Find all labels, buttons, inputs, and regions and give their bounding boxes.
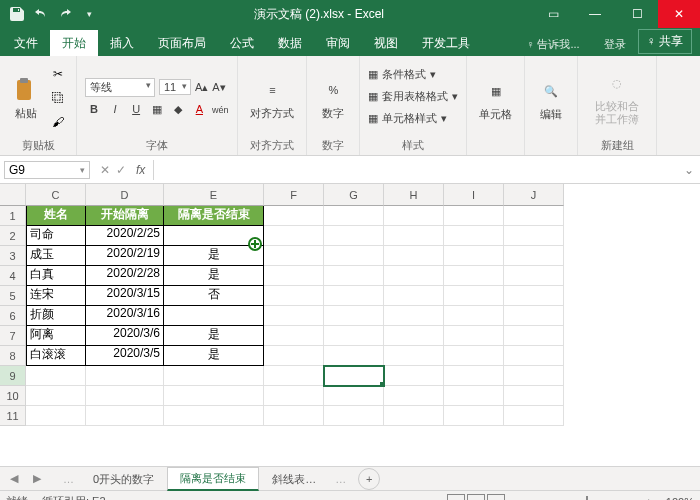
cell-G9[interactable] (324, 366, 384, 386)
cell-F3[interactable] (264, 246, 324, 266)
expand-formula-icon[interactable]: ⌄ (678, 163, 700, 177)
formula-input[interactable] (153, 160, 678, 180)
cell-F4[interactable] (264, 266, 324, 286)
cell-E5[interactable]: 否 (164, 286, 264, 306)
tab-home[interactable]: 开始 (50, 30, 98, 56)
format-painter-icon[interactable]: 🖌 (48, 112, 68, 132)
row-header-7[interactable]: 7 (0, 326, 26, 346)
cells-button[interactable]: ▦ 单元格 (475, 75, 516, 124)
font-size-select[interactable]: 11 (159, 79, 191, 95)
cell-I2[interactable] (444, 226, 504, 246)
cut-icon[interactable]: ✂ (48, 64, 68, 84)
cell-G8[interactable] (324, 346, 384, 366)
add-sheet-button[interactable]: + (358, 468, 380, 490)
increase-font-icon[interactable]: A▴ (195, 81, 208, 94)
cell-J2[interactable] (504, 226, 564, 246)
col-header-I[interactable]: I (444, 184, 504, 206)
cell-H5[interactable] (384, 286, 444, 306)
cell-G6[interactable] (324, 306, 384, 326)
cell-G7[interactable] (324, 326, 384, 346)
row-header-2[interactable]: 2 (0, 226, 26, 246)
tell-me[interactable]: ♀ 告诉我... (514, 32, 591, 56)
align-button[interactable]: ≡ 对齐方式 (246, 74, 298, 123)
table-format-button[interactable]: ▦套用表格格式 ▾ (368, 89, 458, 104)
signin[interactable]: 登录 (592, 32, 638, 56)
ribbon-opts-icon[interactable]: ▭ (532, 0, 574, 28)
cell-D5[interactable]: 2020/3/15 (86, 286, 164, 306)
cell-F9[interactable] (264, 366, 324, 386)
cell-J5[interactable] (504, 286, 564, 306)
tab-page-layout[interactable]: 页面布局 (146, 30, 218, 56)
col-header-C[interactable]: C (26, 184, 86, 206)
cell-J8[interactable] (504, 346, 564, 366)
cell-J4[interactable] (504, 266, 564, 286)
cell-H4[interactable] (384, 266, 444, 286)
cell-I3[interactable] (444, 246, 504, 266)
cell-C11[interactable] (26, 406, 86, 426)
cell-E1[interactable]: 隔离是否结束 (164, 206, 264, 226)
cell-E9[interactable] (164, 366, 264, 386)
cell-G10[interactable] (324, 386, 384, 406)
cell-H8[interactable] (384, 346, 444, 366)
view-buttons[interactable] (447, 494, 507, 501)
row-header-3[interactable]: 3 (0, 246, 26, 266)
col-header-F[interactable]: F (264, 184, 324, 206)
cell-F8[interactable] (264, 346, 324, 366)
cell-D2[interactable]: 2020/2/25 (86, 226, 164, 246)
cell-G5[interactable] (324, 286, 384, 306)
border-button[interactable]: ▦ (148, 100, 166, 118)
sheet-tab-2[interactable]: 斜线表… (259, 468, 329, 490)
copy-icon[interactable]: ⿻ (48, 88, 68, 108)
tab-review[interactable]: 审阅 (314, 30, 362, 56)
tab-view[interactable]: 视图 (362, 30, 410, 56)
tab-formulas[interactable]: 公式 (218, 30, 266, 56)
row-header-6[interactable]: 6 (0, 306, 26, 326)
cell-C4[interactable]: 白真 (26, 266, 86, 286)
cell-F10[interactable] (264, 386, 324, 406)
cell-I5[interactable] (444, 286, 504, 306)
underline-button[interactable]: U (127, 100, 145, 118)
cell-H9[interactable] (384, 366, 444, 386)
row-header-5[interactable]: 5 (0, 286, 26, 306)
cell-I1[interactable] (444, 206, 504, 226)
row-header-11[interactable]: 11 (0, 406, 26, 426)
cell-D1[interactable]: 开始隔离 (86, 206, 164, 226)
enter-icon[interactable]: ✓ (116, 163, 126, 177)
row-header-4[interactable]: 4 (0, 266, 26, 286)
cell-F5[interactable] (264, 286, 324, 306)
cell-E8[interactable]: 是 (164, 346, 264, 366)
cell-C9[interactable] (26, 366, 86, 386)
cell-J3[interactable] (504, 246, 564, 266)
save-icon[interactable] (6, 3, 28, 25)
cell-J7[interactable] (504, 326, 564, 346)
cell-D3[interactable]: 2020/2/19 (86, 246, 164, 266)
fill-color-button[interactable]: ◆ (169, 100, 187, 118)
cell-G4[interactable] (324, 266, 384, 286)
cell-J11[interactable] (504, 406, 564, 426)
row-header-1[interactable]: 1 (0, 206, 26, 226)
sheet-nav[interactable]: ◀ ▶ (0, 472, 57, 485)
tab-data[interactable]: 数据 (266, 30, 314, 56)
name-box[interactable]: G9 (4, 161, 90, 179)
font-color-button[interactable]: A (190, 100, 208, 118)
minimize-icon[interactable]: — (574, 0, 616, 28)
tab-developer[interactable]: 开发工具 (410, 30, 482, 56)
bold-button[interactable]: B (85, 100, 103, 118)
redo-icon[interactable] (54, 3, 76, 25)
cell-E4[interactable]: 是 (164, 266, 264, 286)
share-button[interactable]: ♀ 共享 (638, 29, 692, 54)
col-header-H[interactable]: H (384, 184, 444, 206)
col-header-G[interactable]: G (324, 184, 384, 206)
cell-I10[interactable] (444, 386, 504, 406)
cell-styles-button[interactable]: ▦单元格样式 ▾ (368, 111, 447, 126)
fx-icon[interactable]: fx (132, 163, 149, 177)
cell-D7[interactable]: 2020/3/6 (86, 326, 164, 346)
cell-H10[interactable] (384, 386, 444, 406)
cell-E6[interactable] (164, 306, 264, 326)
cell-E10[interactable] (164, 386, 264, 406)
col-header-E[interactable]: E (164, 184, 264, 206)
zoom-out-button[interactable]: − (521, 496, 527, 501)
cell-F7[interactable] (264, 326, 324, 346)
row-header-8[interactable]: 8 (0, 346, 26, 366)
tab-file[interactable]: 文件 (2, 30, 50, 56)
